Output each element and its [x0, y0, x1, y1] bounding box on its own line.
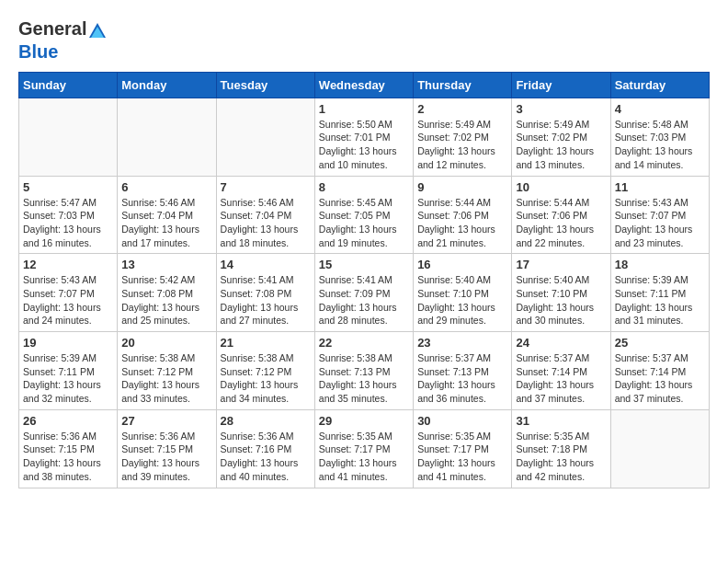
calendar-cell: 25Sunrise: 5:37 AM Sunset: 7:14 PM Dayli… [610, 332, 709, 410]
day-number: 12 [23, 258, 113, 271]
day-number: 11 [615, 180, 705, 194]
day-number: 2 [417, 102, 507, 116]
day-of-week-header: Monday [118, 72, 216, 98]
day-info: Sunrise: 5:46 AM Sunset: 7:04 PM Dayligh… [121, 196, 211, 250]
calendar-cell: 8Sunrise: 5:45 AM Sunset: 7:05 PM Daylig… [314, 176, 413, 254]
day-number: 22 [319, 336, 409, 350]
day-of-week-header: Wednesday [314, 72, 413, 98]
calendar-cell: 6Sunrise: 5:46 AM Sunset: 7:04 PM Daylig… [118, 176, 216, 254]
day-info: Sunrise: 5:50 AM Sunset: 7:01 PM Dayligh… [319, 118, 409, 172]
day-info: Sunrise: 5:49 AM Sunset: 7:02 PM Dayligh… [516, 118, 606, 172]
calendar-cell: 31Sunrise: 5:35 AM Sunset: 7:18 PM Dayli… [512, 409, 610, 488]
calendar-cell: 19Sunrise: 5:39 AM Sunset: 7:11 PM Dayli… [19, 332, 118, 410]
day-info: Sunrise: 5:44 AM Sunset: 7:06 PM Dayligh… [516, 196, 606, 250]
day-number: 3 [516, 102, 606, 116]
calendar-cell: 15Sunrise: 5:41 AM Sunset: 7:09 PM Dayli… [314, 254, 413, 332]
day-info: Sunrise: 5:47 AM Sunset: 7:03 PM Dayligh… [23, 196, 113, 250]
day-number: 8 [319, 180, 409, 194]
day-of-week-header: Friday [512, 72, 610, 98]
day-info: Sunrise: 5:44 AM Sunset: 7:06 PM Dayligh… [417, 196, 507, 250]
calendar-cell: 21Sunrise: 5:38 AM Sunset: 7:12 PM Dayli… [216, 332, 314, 410]
logo-general: General [18, 18, 86, 39]
calendar-week-row: 1Sunrise: 5:50 AM Sunset: 7:01 PM Daylig… [19, 98, 710, 176]
day-info: Sunrise: 5:38 AM Sunset: 7:12 PM Dayligh… [121, 351, 211, 406]
calendar-cell: 11Sunrise: 5:43 AM Sunset: 7:07 PM Dayli… [610, 176, 709, 254]
day-info: Sunrise: 5:37 AM Sunset: 7:13 PM Dayligh… [417, 351, 507, 406]
day-number: 14 [221, 258, 311, 271]
calendar-cell: 17Sunrise: 5:40 AM Sunset: 7:10 PM Dayli… [512, 254, 610, 332]
day-number: 9 [417, 180, 507, 194]
calendar-cell: 26Sunrise: 5:36 AM Sunset: 7:15 PM Dayli… [19, 409, 118, 488]
day-number: 7 [221, 180, 311, 194]
day-info: Sunrise: 5:36 AM Sunset: 7:15 PM Dayligh… [121, 430, 211, 484]
day-number: 18 [615, 258, 705, 271]
day-info: Sunrise: 5:39 AM Sunset: 7:11 PM Dayligh… [23, 351, 113, 406]
day-number: 15 [319, 258, 409, 271]
day-number: 26 [23, 414, 113, 428]
calendar-cell: 29Sunrise: 5:35 AM Sunset: 7:17 PM Dayli… [314, 409, 413, 488]
day-info: Sunrise: 5:46 AM Sunset: 7:04 PM Dayligh… [221, 196, 311, 250]
day-info: Sunrise: 5:43 AM Sunset: 7:07 PM Dayligh… [615, 196, 705, 250]
calendar-table: SundayMondayTuesdayWednesdayThursdayFrid… [18, 72, 710, 488]
day-number: 17 [516, 258, 606, 271]
day-of-week-header: Saturday [610, 72, 709, 98]
day-number: 31 [516, 414, 606, 428]
calendar-cell: 10Sunrise: 5:44 AM Sunset: 7:06 PM Dayli… [512, 176, 610, 254]
day-number: 13 [121, 258, 211, 271]
calendar-cell: 5Sunrise: 5:47 AM Sunset: 7:03 PM Daylig… [19, 176, 118, 254]
day-of-week-header: Thursday [414, 72, 512, 98]
calendar-week-row: 12Sunrise: 5:43 AM Sunset: 7:07 PM Dayli… [19, 254, 710, 332]
day-number: 21 [221, 336, 311, 350]
calendar-cell: 30Sunrise: 5:35 AM Sunset: 7:17 PM Dayli… [414, 409, 512, 488]
calendar-cell: 20Sunrise: 5:38 AM Sunset: 7:12 PM Dayli… [118, 332, 216, 410]
calendar-cell: 4Sunrise: 5:48 AM Sunset: 7:03 PM Daylig… [610, 98, 709, 176]
day-info: Sunrise: 5:48 AM Sunset: 7:03 PM Dayligh… [615, 118, 705, 172]
day-number: 28 [221, 414, 311, 428]
day-number: 19 [23, 336, 113, 350]
calendar-cell: 28Sunrise: 5:36 AM Sunset: 7:16 PM Dayli… [216, 409, 314, 488]
calendar-cell: 23Sunrise: 5:37 AM Sunset: 7:13 PM Dayli… [414, 332, 512, 410]
calendar-cell: 13Sunrise: 5:42 AM Sunset: 7:08 PM Dayli… [118, 254, 216, 332]
calendar-cell: 24Sunrise: 5:37 AM Sunset: 7:14 PM Dayli… [512, 332, 610, 410]
day-info: Sunrise: 5:36 AM Sunset: 7:15 PM Dayligh… [23, 430, 113, 484]
day-number: 23 [417, 336, 507, 350]
day-number: 25 [615, 336, 705, 350]
day-number: 24 [516, 336, 606, 350]
day-info: Sunrise: 5:41 AM Sunset: 7:08 PM Dayligh… [221, 273, 311, 327]
day-number: 27 [121, 414, 211, 428]
calendar-cell: 1Sunrise: 5:50 AM Sunset: 7:01 PM Daylig… [314, 98, 413, 176]
calendar-header-row: SundayMondayTuesdayWednesdayThursdayFrid… [19, 72, 710, 98]
calendar-cell [118, 98, 216, 176]
calendar-cell [216, 98, 314, 176]
calendar-cell: 27Sunrise: 5:36 AM Sunset: 7:15 PM Dayli… [118, 409, 216, 488]
day-of-week-header: Tuesday [216, 72, 314, 98]
day-number: 16 [417, 258, 507, 271]
calendar-week-row: 19Sunrise: 5:39 AM Sunset: 7:11 PM Dayli… [19, 332, 710, 410]
calendar-cell: 22Sunrise: 5:38 AM Sunset: 7:13 PM Dayli… [314, 332, 413, 410]
day-number: 30 [417, 414, 507, 428]
day-info: Sunrise: 5:35 AM Sunset: 7:17 PM Dayligh… [319, 430, 409, 484]
day-number: 4 [615, 102, 705, 116]
page-header: General Blue [18, 18, 710, 63]
calendar-cell: 2Sunrise: 5:49 AM Sunset: 7:02 PM Daylig… [414, 98, 512, 176]
calendar-cell: 16Sunrise: 5:40 AM Sunset: 7:10 PM Dayli… [414, 254, 512, 332]
day-number: 5 [23, 180, 113, 194]
day-number: 29 [319, 414, 409, 428]
day-info: Sunrise: 5:39 AM Sunset: 7:11 PM Dayligh… [615, 273, 705, 327]
day-info: Sunrise: 5:38 AM Sunset: 7:13 PM Dayligh… [319, 351, 409, 406]
calendar-cell: 7Sunrise: 5:46 AM Sunset: 7:04 PM Daylig… [216, 176, 314, 254]
day-info: Sunrise: 5:36 AM Sunset: 7:16 PM Dayligh… [221, 430, 311, 484]
day-info: Sunrise: 5:41 AM Sunset: 7:09 PM Dayligh… [319, 273, 409, 327]
calendar-cell: 14Sunrise: 5:41 AM Sunset: 7:08 PM Dayli… [216, 254, 314, 332]
day-number: 20 [121, 336, 211, 350]
calendar-cell: 12Sunrise: 5:43 AM Sunset: 7:07 PM Dayli… [19, 254, 118, 332]
day-info: Sunrise: 5:45 AM Sunset: 7:05 PM Dayligh… [319, 196, 409, 250]
day-info: Sunrise: 5:35 AM Sunset: 7:17 PM Dayligh… [417, 430, 507, 484]
calendar-week-row: 5Sunrise: 5:47 AM Sunset: 7:03 PM Daylig… [19, 176, 710, 254]
calendar-cell: 18Sunrise: 5:39 AM Sunset: 7:11 PM Dayli… [610, 254, 709, 332]
day-info: Sunrise: 5:40 AM Sunset: 7:10 PM Dayligh… [516, 273, 606, 327]
day-info: Sunrise: 5:35 AM Sunset: 7:18 PM Dayligh… [516, 430, 606, 484]
day-info: Sunrise: 5:37 AM Sunset: 7:14 PM Dayligh… [516, 351, 606, 406]
calendar-cell [610, 409, 709, 488]
calendar-cell: 9Sunrise: 5:44 AM Sunset: 7:06 PM Daylig… [414, 176, 512, 254]
